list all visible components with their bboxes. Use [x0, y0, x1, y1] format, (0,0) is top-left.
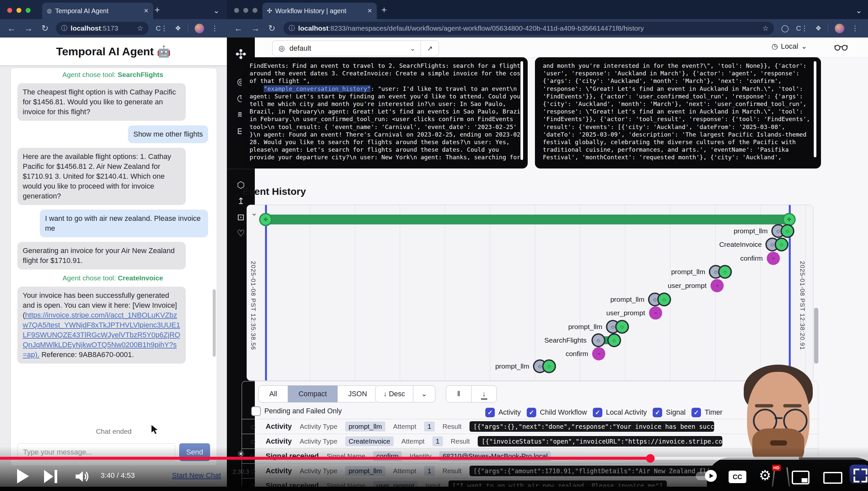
maximize-window-button[interactable] — [252, 8, 257, 13]
settings-gear-icon[interactable]: ⚙ — [759, 467, 771, 484]
field-value-chip[interactable]: 1 — [424, 422, 434, 431]
view-mode-json[interactable]: JSON — [338, 386, 377, 402]
labs-glasses-icon[interactable] — [834, 43, 848, 51]
workflow-start-marker[interactable]: ✣ — [259, 213, 272, 226]
open-namespace-external-icon[interactable]: ↗ — [421, 41, 439, 56]
close-tab-icon[interactable]: ✕ — [144, 7, 149, 15]
tab-workflow-history[interactable]: ✣ Workflow History | agent-wor ✕ — [262, 3, 377, 19]
signal-marker[interactable]: •• — [711, 279, 724, 292]
back-icon[interactable]: ← — [234, 23, 243, 34]
signal-marker[interactable]: •• — [592, 347, 605, 360]
timeline-event-activity_wide-icon[interactable]: ◇◇ — [591, 334, 621, 347]
download-history-button[interactable]: ↓ — [471, 386, 496, 402]
chevron-down-icon[interactable]: ⌄ — [410, 45, 421, 52]
checkbox-checked[interactable]: ✓ — [653, 408, 662, 417]
minimize-window-button[interactable] — [243, 8, 248, 13]
code-scrollbar[interactable] — [521, 61, 523, 160]
tab-list-chevron-icon[interactable]: ⌄ — [856, 6, 862, 15]
sort-desc-button[interactable]: ↓ Desc — [375, 386, 413, 402]
activity-completed-marker[interactable]: ◇ — [607, 334, 621, 347]
timeline-event-activity-icon[interactable]: ◇◇ — [533, 359, 556, 373]
code-preview-chip[interactable]: [{"args":{"amount":1710.91,"flightDetail… — [469, 466, 714, 476]
miniplayer-button[interactable] — [792, 470, 809, 484]
invoice-link[interactable]: https://invoice.stripe.com/i/acct_1NBOLu… — [23, 311, 180, 359]
browser-menu-icon[interactable]: ⋮ — [851, 24, 859, 32]
activity-expand-icon[interactable]: ◇ — [251, 467, 258, 475]
address-bar[interactable]: ⓘ localhost:5173 ☆ — [56, 22, 149, 35]
new-tab-button[interactable]: + — [381, 5, 386, 15]
workflow-execution-span[interactable]: ✣ ✣ — [265, 214, 790, 225]
field-value-chip[interactable]: prompt_llm — [345, 466, 385, 476]
checkbox-checked[interactable]: ✓ — [527, 408, 536, 417]
code-preview-chip[interactable]: [{"invoiceStatus":"open","invoiceURL":"h… — [478, 436, 722, 446]
timeline-event-signal-icon[interactable]: •• — [711, 279, 724, 292]
filter-activity[interactable]: ✓Activity — [485, 408, 521, 417]
checkbox-checked[interactable]: ✓ — [485, 408, 495, 417]
captions-button[interactable]: CC — [728, 470, 746, 483]
close-window-button[interactable] — [234, 8, 239, 13]
chat-scrollbar[interactable] — [213, 289, 216, 357]
collapse-timeline-chevron-icon[interactable]: ⌄ — [251, 208, 257, 218]
activity-completed-marker[interactable]: ◇ — [615, 320, 629, 334]
activity-completed-marker[interactable]: ◇ — [542, 359, 556, 373]
workflow-input-json-left[interactable]: FindEvents: Find an event to travel to 2… — [242, 57, 528, 169]
view-mode-compact[interactable]: Compact — [288, 386, 338, 402]
pending-failed-filter[interactable]: Pending and Failed Only — [251, 406, 342, 416]
video-progress-handle[interactable] — [646, 454, 655, 463]
checkbox-checked[interactable]: ✓ — [691, 408, 701, 417]
field-value-chip[interactable]: 1 — [424, 466, 434, 476]
minimize-window-button[interactable] — [17, 8, 21, 13]
timeline-event-activity-icon[interactable]: ◇◇ — [766, 238, 788, 252]
timezone-select[interactable]: ◷ Local ⌄ — [772, 42, 807, 51]
code-preview-chip[interactable]: [{"args":{},"next":"done","response":"Yo… — [469, 421, 714, 432]
tab-temporal-ai-agent[interactable]: ◍ Temporal AI Agent ✕ — [42, 3, 153, 19]
play-button[interactable] — [17, 469, 29, 484]
checkbox-checked[interactable]: ✓ — [593, 408, 602, 417]
timeline-event-activity-icon[interactable]: ◇◇ — [709, 265, 732, 279]
timeline-event-activity-icon[interactable]: ◇◇ — [648, 293, 671, 307]
volume-icon[interactable] — [75, 470, 90, 483]
close-window-button[interactable] — [7, 8, 12, 13]
theater-mode-button[interactable] — [823, 472, 842, 484]
extension-c-icon[interactable]: C⋮ — [796, 24, 808, 32]
maximize-window-button[interactable] — [26, 8, 31, 13]
reload-icon[interactable]: ↻ — [41, 23, 49, 34]
back-icon[interactable]: ← — [7, 23, 16, 34]
site-info-icon[interactable]: ⓘ — [289, 24, 295, 33]
window-controls-inactive[interactable] — [234, 8, 257, 13]
event-history-timeline[interactable]: ⌄ ✣ ✣ 2025-01-08 PST 12:35:38.56 2025-01… — [247, 205, 813, 381]
timeline-event-signal-icon[interactable]: •• — [592, 347, 605, 360]
bookmark-star-icon[interactable]: ☆ — [137, 24, 143, 32]
workflow-input-json-right[interactable]: and month you're interested in for the e… — [535, 57, 821, 169]
start-new-chat-link[interactable]: Start New Chat — [172, 471, 221, 480]
timeline-event-activity-icon[interactable]: ◇◇ — [606, 320, 629, 334]
namespace-select[interactable]: default — [289, 44, 311, 53]
address-bar[interactable]: ⓘ localhost:8233/namespaces/default/work… — [283, 22, 774, 35]
timeline-event-signal-icon[interactable]: •• — [767, 252, 780, 265]
extension-c-icon[interactable]: C⋮ — [156, 24, 168, 32]
filter-local-activity[interactable]: ✓Local Activity — [593, 408, 647, 417]
activity-completed-marker[interactable]: ◇ — [718, 265, 732, 279]
extensions-icon[interactable]: ❖ — [175, 24, 181, 32]
checkbox-unchecked[interactable] — [251, 406, 261, 416]
profile-avatar[interactable] — [195, 24, 204, 33]
field-value-chip[interactable]: prompt_llm — [345, 422, 385, 431]
reload-icon[interactable]: ↻ — [268, 23, 276, 34]
next-video-button[interactable] — [44, 470, 61, 483]
activity-completed-marker[interactable]: ◇ — [775, 238, 788, 252]
filter-child-workflow[interactable]: ✓Child Workflow — [527, 408, 587, 417]
code-scrollbar[interactable] — [814, 61, 816, 157]
tab-list-chevron-icon[interactable]: ⌄ — [213, 6, 220, 15]
sort-chevron-button[interactable]: ⌄ — [413, 386, 435, 402]
view-mode-all[interactable]: All — [259, 386, 288, 402]
pause-updates-button[interactable]: ‖ — [446, 386, 471, 402]
activity-scheduled-marker[interactable]: ◇ — [591, 334, 605, 347]
close-tab-icon[interactable]: ✕ — [367, 7, 372, 15]
field-value-chip[interactable]: 1 — [432, 436, 442, 446]
site-info-icon[interactable]: ⓘ — [61, 24, 67, 33]
forward-icon[interactable]: → — [251, 23, 260, 34]
field-value-chip[interactable]: CreateInvoice — [345, 436, 393, 446]
forward-icon[interactable]: → — [24, 23, 33, 34]
window-controls[interactable] — [7, 8, 31, 13]
new-tab-button[interactable]: + — [155, 5, 160, 15]
